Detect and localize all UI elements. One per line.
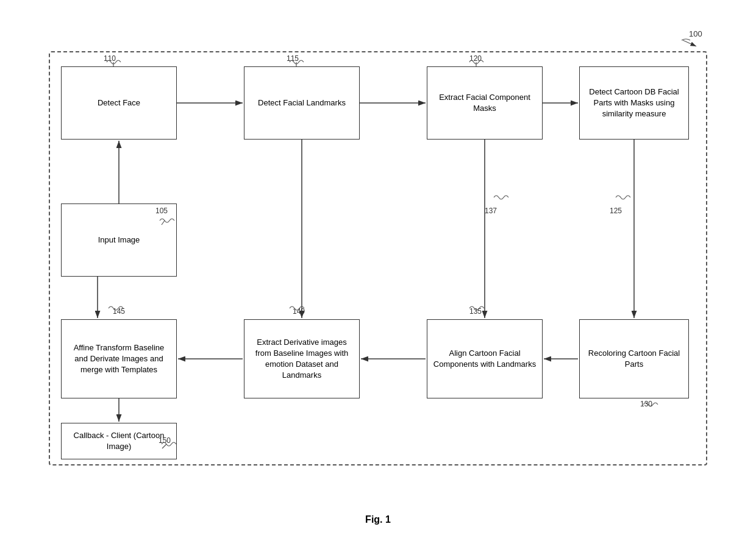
- ref-137: 137: [485, 207, 497, 215]
- node-align-cartoon: Align Cartoon Facial Components with Lan…: [427, 319, 543, 398]
- ref-105: 105: [155, 207, 168, 215]
- ref-125: 125: [610, 207, 622, 215]
- svg-line-16: [683, 40, 696, 46]
- ref-110: 110: [104, 54, 116, 63]
- ref-150: 150: [159, 436, 171, 445]
- ref-140: 140: [293, 307, 305, 316]
- ref-135: 135: [469, 307, 482, 316]
- fig-label: Fig. 1: [365, 514, 391, 525]
- ref-130: 130: [640, 400, 652, 408]
- ref-145: 145: [113, 307, 125, 316]
- node-affine-transform: Affine Transform Baseline and Derivate I…: [61, 319, 177, 398]
- node-detect-cartoon: Detect Cartoon DB Facial Parts with Mask…: [579, 66, 689, 140]
- ref-115: 115: [287, 54, 299, 63]
- ref-100: 100: [689, 29, 702, 38]
- node-extract-masks: Extract Facial Component Masks: [427, 66, 543, 140]
- node-recoloring: Recoloring Cartoon Facial Parts: [579, 319, 689, 398]
- diagram-container: 100 Detect Face 110 Detect Facial Landma…: [43, 27, 713, 502]
- node-extract-derivative: Extract Derivative images from Baseline …: [244, 319, 360, 398]
- node-detect-landmarks: Detect Facial Landmarks: [244, 66, 360, 140]
- ref-120: 120: [469, 54, 482, 63]
- node-detect-face: Detect Face: [61, 66, 177, 140]
